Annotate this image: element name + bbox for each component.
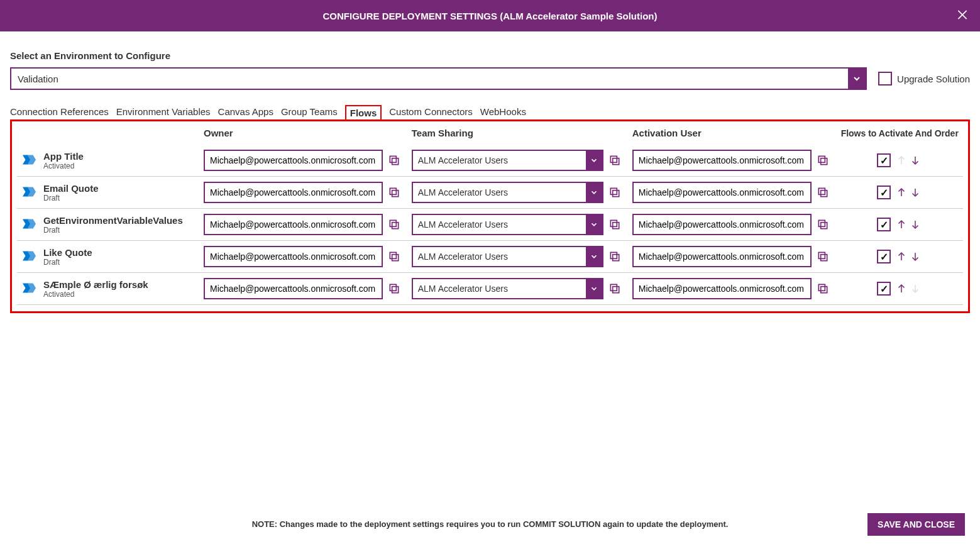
- copy-owner-button[interactable]: [387, 153, 402, 168]
- svg-rect-12: [612, 191, 619, 197]
- flow-status: Draft: [43, 194, 196, 202]
- owner-input[interactable]: [204, 214, 383, 235]
- svg-rect-39: [818, 284, 825, 291]
- table-row: Like QuoteDraftALM Accelerator Users: [17, 241, 963, 273]
- svg-rect-26: [392, 255, 399, 261]
- dialog-title: CONFIGURE DEPLOYMENT SETTINGS (ALM Accel…: [323, 11, 658, 21]
- move-down-button[interactable]: [908, 184, 922, 201]
- svg-rect-7: [818, 156, 825, 162]
- chevron-down-icon: [586, 183, 602, 202]
- svg-rect-30: [820, 255, 827, 261]
- flow-name: Like Quote: [43, 247, 196, 258]
- activate-checkbox[interactable]: [877, 153, 891, 167]
- upgrade-solution-label: Upgrade Solution: [897, 74, 970, 84]
- svg-rect-21: [610, 220, 617, 226]
- copy-activation-button[interactable]: [815, 217, 830, 232]
- team-select[interactable]: ALM Accelerator Users: [412, 246, 603, 267]
- svg-rect-23: [818, 220, 825, 226]
- activation-user-input[interactable]: [632, 150, 812, 171]
- copy-owner-button[interactable]: [387, 217, 402, 232]
- tab-list: Connection ReferencesEnvironment Variabl…: [10, 105, 970, 121]
- environment-select[interactable]: Validation: [10, 67, 867, 90]
- activate-checkbox[interactable]: [877, 186, 891, 199]
- table-row: GetEnvironmentVariableValuesDraftALM Acc…: [17, 209, 963, 241]
- copy-team-button[interactable]: [607, 281, 622, 296]
- close-button[interactable]: [956, 9, 969, 23]
- copy-team-button[interactable]: [607, 185, 622, 200]
- tab-webhooks[interactable]: WebHooks: [480, 105, 526, 121]
- tab-group-teams[interactable]: Group Teams: [281, 105, 338, 121]
- svg-rect-10: [392, 191, 399, 197]
- move-up-button[interactable]: [895, 216, 908, 233]
- table-row: Email QuoteDraftALM Accelerator Users: [17, 177, 963, 209]
- owner-input[interactable]: [204, 246, 383, 267]
- copy-team-button[interactable]: [607, 249, 622, 264]
- move-down-button[interactable]: [908, 152, 922, 169]
- team-select[interactable]: ALM Accelerator Users: [412, 182, 603, 203]
- team-select[interactable]: ALM Accelerator Users: [412, 150, 603, 171]
- flow-icon: [17, 145, 40, 177]
- copy-activation-button[interactable]: [815, 249, 830, 264]
- flows-table: Owner Team Sharing Activation User Flows…: [17, 125, 963, 305]
- tab-canvas-apps[interactable]: Canvas Apps: [218, 105, 273, 121]
- col-activate-order: Flows to Activate And Order: [836, 125, 963, 145]
- copy-activation-button[interactable]: [815, 281, 830, 296]
- tab-flows[interactable]: Flows: [345, 105, 382, 121]
- svg-rect-6: [820, 158, 827, 165]
- move-up-button[interactable]: [895, 248, 908, 265]
- move-down-button: [908, 280, 922, 297]
- move-down-button[interactable]: [908, 248, 922, 265]
- owner-input[interactable]: [204, 150, 383, 171]
- close-icon: [956, 9, 969, 21]
- activate-checkbox[interactable]: [877, 218, 891, 231]
- copy-owner-button[interactable]: [387, 249, 402, 264]
- chevron-down-icon: [586, 151, 602, 170]
- activation-user-input[interactable]: [632, 278, 812, 299]
- environment-select-value: Validation: [11, 74, 848, 84]
- owner-input[interactable]: [204, 182, 383, 203]
- copy-team-button[interactable]: [607, 217, 622, 232]
- activation-user-input[interactable]: [632, 182, 812, 203]
- flow-icon: [17, 241, 40, 273]
- activation-user-input[interactable]: [632, 214, 812, 235]
- svg-rect-2: [392, 158, 399, 165]
- svg-rect-37: [610, 284, 617, 291]
- copy-activation-button[interactable]: [815, 185, 830, 200]
- flow-name: GetEnvironmentVariableValues: [43, 215, 196, 226]
- flow-name: App Title: [43, 151, 196, 162]
- move-up-button[interactable]: [895, 280, 908, 297]
- copy-team-button[interactable]: [607, 153, 622, 168]
- team-select-value: ALM Accelerator Users: [413, 219, 586, 230]
- team-select[interactable]: ALM Accelerator Users: [412, 278, 603, 299]
- tab-environment-variables[interactable]: Environment Variables: [116, 105, 211, 121]
- svg-rect-29: [610, 252, 617, 258]
- activate-checkbox[interactable]: [877, 282, 891, 296]
- svg-rect-13: [610, 188, 617, 194]
- owner-input[interactable]: [204, 278, 383, 299]
- activation-user-input[interactable]: [632, 246, 812, 267]
- svg-rect-27: [390, 252, 396, 258]
- svg-rect-38: [820, 287, 827, 293]
- flow-status: Draft: [43, 226, 196, 235]
- tab-custom-connectors[interactable]: Custom Connectors: [389, 105, 473, 121]
- team-select[interactable]: ALM Accelerator Users: [412, 214, 603, 235]
- copy-activation-button[interactable]: [815, 153, 830, 168]
- svg-rect-36: [612, 287, 619, 293]
- svg-rect-5: [610, 156, 617, 162]
- copy-owner-button[interactable]: [387, 185, 402, 200]
- svg-rect-3: [390, 156, 396, 162]
- move-down-button[interactable]: [908, 216, 922, 233]
- svg-rect-15: [818, 188, 825, 194]
- tab-connection-references[interactable]: Connection References: [10, 105, 109, 121]
- svg-rect-4: [612, 158, 619, 165]
- team-select-value: ALM Accelerator Users: [413, 155, 586, 165]
- svg-rect-19: [390, 220, 396, 226]
- flow-icon: [17, 273, 40, 305]
- upgrade-solution-checkbox[interactable]: [878, 72, 892, 86]
- move-up-button[interactable]: [895, 184, 908, 201]
- svg-rect-14: [820, 191, 827, 197]
- col-activation: Activation User: [629, 125, 837, 145]
- copy-owner-button[interactable]: [387, 281, 402, 296]
- flow-icon: [17, 177, 40, 209]
- activate-checkbox[interactable]: [877, 250, 891, 263]
